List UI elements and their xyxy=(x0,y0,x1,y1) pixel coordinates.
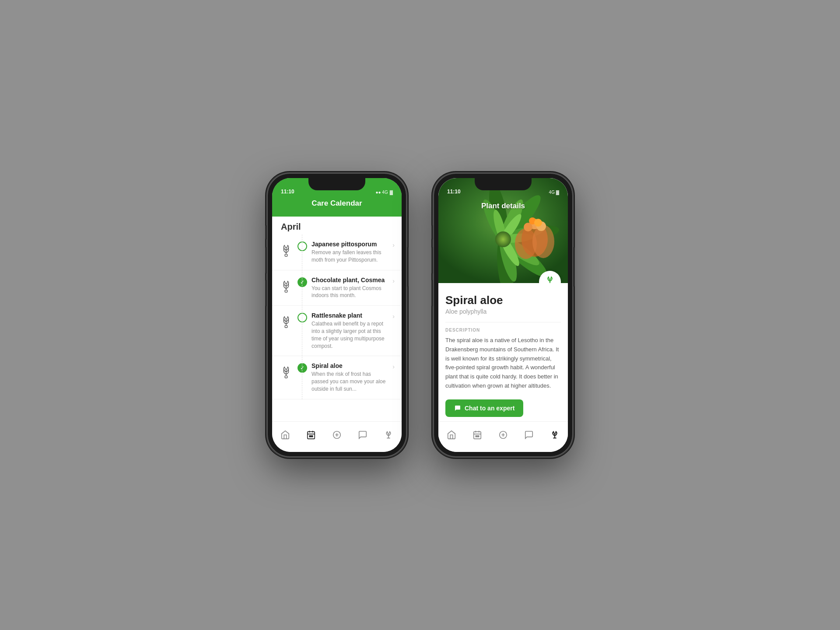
svg-rect-13 xyxy=(312,435,313,437)
divider-1 xyxy=(445,322,561,322)
plant-icon-1 xyxy=(279,241,293,258)
svg-rect-41 xyxy=(474,431,481,439)
calendar-title: Care Calendar xyxy=(272,197,402,210)
phones-container: 11:10 ●● 4G ▓ Care Calendar April xyxy=(267,173,573,457)
item-circle-1[interactable] xyxy=(298,242,307,251)
item-desc-4: When the risk of frost has passed you ca… xyxy=(312,371,388,392)
plant-pot-icon xyxy=(544,276,556,283)
calendar-item-1[interactable]: Japanese pittosporum Remove any fallen l… xyxy=(272,234,402,270)
item-arrow-2: › xyxy=(392,277,395,284)
calendar-content: Japanese pittosporum Remove any fallen l… xyxy=(272,234,402,421)
nav-home-2[interactable] xyxy=(438,422,464,448)
status-time-1: 11:10 xyxy=(281,189,294,195)
item-desc-2: You can start to plant Cosmos indoors th… xyxy=(312,285,388,300)
plant-icon-3 xyxy=(279,312,293,329)
item-arrow-1: › xyxy=(392,242,395,248)
svg-rect-3 xyxy=(285,290,287,292)
status-time-2: 11:10 xyxy=(447,189,461,195)
item-title-2: Chocolate plant, Cosmea xyxy=(312,276,388,284)
details-title: Plant details xyxy=(438,197,568,215)
phone-1-frame: 11:10 ●● 4G ▓ Care Calendar April xyxy=(267,173,407,457)
signal-icon-2: 4G ▓ xyxy=(549,190,559,195)
notch-1 xyxy=(308,178,365,190)
item-circle-2[interactable]: ✓ xyxy=(298,277,307,287)
calendar-month: April xyxy=(272,217,402,234)
phone-2-screen: 11:10 4G ▓ Plant details xyxy=(438,178,568,452)
svg-point-32 xyxy=(495,231,511,247)
svg-rect-8 xyxy=(308,431,315,439)
item-text-3: Rattlesnake plant Calathea will benefit … xyxy=(312,312,388,350)
nav-plant-2[interactable] xyxy=(542,422,568,448)
calendar-item-3[interactable]: Rattlesnake plant Calathea will benefit … xyxy=(272,306,402,356)
bottom-nav-1 xyxy=(272,421,402,452)
battery-icon: ▓ xyxy=(390,190,393,195)
nav-chat-2[interactable] xyxy=(516,422,542,448)
svg-rect-7 xyxy=(285,376,287,378)
care-calendar-screen: 11:10 ●● 4G ▓ Care Calendar April xyxy=(272,178,402,452)
plant-latin: Aloe polyphylla xyxy=(445,308,561,315)
nav-chat-1[interactable] xyxy=(350,422,376,448)
svg-rect-1 xyxy=(285,254,287,256)
nav-calendar-2[interactable] xyxy=(464,422,490,448)
chat-icon xyxy=(454,405,461,412)
chat-expert-button[interactable]: Chat to an expert xyxy=(445,399,523,417)
item-text-4: Spiral aloe When the risk of frost has p… xyxy=(312,362,388,392)
item-title-3: Rattlesnake plant xyxy=(312,312,388,319)
item-text-2: Chocolate plant, Cosmea You can start to… xyxy=(312,276,388,300)
signal-icon: ●● 4G xyxy=(376,190,388,195)
plant-image-header: Plant details xyxy=(438,197,568,215)
calendar-item-4[interactable]: ✓ Spiral aloe When the risk of frost has… xyxy=(272,356,402,399)
item-desc-3: Calathea will benefit by a repot into a … xyxy=(312,320,388,350)
nav-plant-1[interactable] xyxy=(376,422,402,448)
checkmark-4: ✓ xyxy=(300,365,304,371)
svg-rect-46 xyxy=(478,435,479,437)
description-text: The spiral aloe is a native of Lesotho i… xyxy=(445,336,561,391)
bottom-nav-2 xyxy=(438,421,568,452)
item-arrow-4: › xyxy=(392,363,395,370)
plant-image: 11:10 4G ▓ Plant details xyxy=(438,178,568,283)
nav-home-1[interactable] xyxy=(272,422,298,448)
item-desc-1: Remove any fallen leaves this moth from … xyxy=(312,249,388,264)
item-arrow-3: › xyxy=(392,313,395,320)
plant-icon-4 xyxy=(279,362,293,380)
nav-add-2[interactable] xyxy=(490,422,516,448)
svg-rect-12 xyxy=(309,435,311,437)
description-label: DESCRIPTION xyxy=(445,328,561,332)
nav-add-1[interactable] xyxy=(324,422,350,448)
svg-rect-5 xyxy=(285,326,287,328)
timeline: Japanese pittosporum Remove any fallen l… xyxy=(272,234,402,399)
item-title-1: Japanese pittosporum xyxy=(312,241,388,248)
details-content: Spiral aloe Aloe polyphylla DESCRIPTION … xyxy=(438,287,568,421)
nav-calendar-1[interactable] xyxy=(298,422,324,448)
chat-button-label: Chat to an expert xyxy=(465,405,514,412)
item-circle-4[interactable]: ✓ xyxy=(298,363,307,373)
item-title-4: Spiral aloe xyxy=(312,362,388,369)
status-icons-2: 4G ▓ xyxy=(549,190,559,195)
svg-rect-45 xyxy=(476,435,477,437)
svg-point-40 xyxy=(534,219,542,227)
item-circle-3[interactable] xyxy=(298,313,307,322)
notch-2 xyxy=(475,178,532,190)
plant-details-screen: 11:10 4G ▓ Plant details xyxy=(438,178,568,452)
item-text-1: Japanese pittosporum Remove any fallen l… xyxy=(312,241,388,264)
phone-2-frame: 11:10 4G ▓ Plant details xyxy=(433,173,573,457)
phone-1-screen: 11:10 ●● 4G ▓ Care Calendar April xyxy=(272,178,402,452)
plant-name: Spiral aloe xyxy=(445,294,561,307)
timeline-line xyxy=(302,234,302,399)
calendar-item-2[interactable]: ✓ Chocolate plant, Cosmea You can start … xyxy=(272,270,402,306)
status-icons-1: ●● 4G ▓ xyxy=(376,190,393,195)
checkmark-2: ✓ xyxy=(300,280,304,285)
plant-icon-2 xyxy=(279,276,293,294)
